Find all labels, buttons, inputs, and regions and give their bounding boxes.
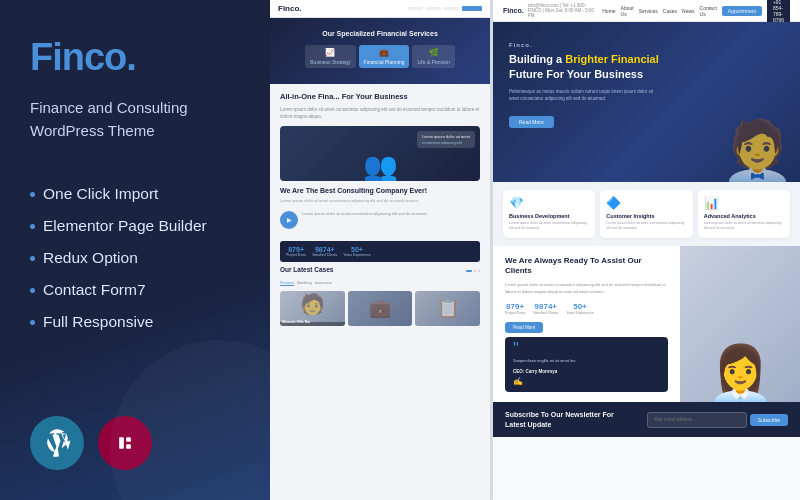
case-images: Miranda Hills Bar 🧑 💼 📋 bbox=[280, 291, 480, 326]
case-tab-banking: Banking bbox=[297, 280, 311, 286]
svg-rect-3 bbox=[126, 437, 131, 442]
badge-row bbox=[30, 416, 240, 470]
content-title: All-in-One Fina... For Your Business bbox=[280, 92, 480, 102]
ready-body: Lorem ipsum dolor sit amet consectetur a… bbox=[505, 282, 668, 296]
card-text-customer: Lorem ipsum dolor sit amet consectetur a… bbox=[606, 221, 686, 232]
stat-experience-num: 50+ bbox=[566, 302, 593, 311]
svg-point-1 bbox=[113, 431, 136, 454]
feature-responsive: Full Responsive bbox=[30, 306, 240, 338]
theme-logo: Finco. bbox=[30, 36, 240, 79]
case-image-3: 📋 bbox=[415, 291, 480, 326]
features-list: One Click Import Elementor Page Builder … bbox=[30, 178, 240, 338]
card-text-business: Lorem ipsum dolor sit amet consectetur a… bbox=[509, 221, 589, 232]
card-analytics: 📊 Advanced Analytics Lorem ipsum dolor s… bbox=[698, 190, 790, 238]
svg-rect-2 bbox=[119, 437, 124, 449]
hero-person: 🧑‍💼 bbox=[720, 122, 795, 182]
cases-title: Our Latest Cases bbox=[280, 266, 333, 273]
subscribe-input[interactable] bbox=[647, 412, 747, 428]
card-icon-business: 💎 bbox=[509, 196, 589, 210]
case-tab-finance: Finance bbox=[280, 280, 294, 286]
case-tabs: Finance Banking Insurance bbox=[280, 280, 480, 286]
card-title-business: Business Development bbox=[509, 213, 589, 219]
card-icon-customer: 🔷 bbox=[606, 196, 686, 210]
mock-logo-left: Finco. bbox=[278, 4, 302, 13]
card-title-customer: Customer Insights bbox=[606, 213, 686, 219]
mock-nav-left: Finco. bbox=[270, 0, 490, 18]
case-image-1: Miranda Hills Bar 🧑 bbox=[280, 291, 345, 326]
hero-cta-btn[interactable]: Read More bbox=[509, 116, 554, 128]
mock-logo-right: Finco. bbox=[503, 7, 524, 14]
feature-contact-form: Contact Form7 bbox=[30, 274, 240, 306]
consulting-body: Lorem ipsum dolor sit amet consectetur a… bbox=[280, 198, 480, 204]
tab-business-strategy: 📈 Business Strategy bbox=[305, 45, 355, 68]
nav-contact: Contact Us bbox=[700, 5, 717, 17]
feature-one-click: One Click Import bbox=[30, 178, 240, 210]
stats-row: 879+ Project Done 9874+ Satisfied Client… bbox=[505, 302, 668, 315]
stat-clients-num: 9874+ bbox=[533, 302, 558, 311]
preview-right: Finco. info@finco.com | Tel: +1 800-FINC… bbox=[493, 0, 800, 500]
phone-number: +91 854-789-8766 bbox=[767, 0, 790, 25]
tab-financial-planning: 💼 Financial Planning bbox=[359, 45, 410, 68]
card-text-analytics: Lorem ipsum dolor sit amet consectetur a… bbox=[704, 221, 784, 232]
hero-title-highlight: Brighter Financial bbox=[565, 53, 659, 65]
nav-cases: Cases bbox=[663, 8, 677, 14]
subscribe-btn[interactable]: Subscribe bbox=[750, 414, 788, 426]
case-tab-insurance: Insurance bbox=[315, 280, 333, 286]
mock-services-hero: Our Specialized Financial Services 📈 Bus… bbox=[270, 18, 490, 84]
subscribe-input-row: Subscribe bbox=[647, 412, 788, 428]
nav-home: Home bbox=[602, 8, 615, 14]
stat-experience: 50+ Years Experience bbox=[566, 302, 593, 315]
subscribe-title: Subscribe To Our Newsletter For Latest U… bbox=[505, 410, 632, 430]
feature-redux: Redux Option bbox=[30, 242, 240, 274]
card-title-analytics: Advanced Analytics bbox=[704, 213, 784, 219]
subscribe-section: Subscribe To Our Newsletter For Latest U… bbox=[493, 402, 800, 438]
stat-experience-label: Years Experience bbox=[566, 311, 593, 315]
feature-elementor: Elementor Page Builder bbox=[30, 210, 240, 242]
preview-left: Finco. Our Specialized Financial Service… bbox=[270, 0, 490, 500]
ready-right-image: 👩‍💼 bbox=[680, 246, 800, 402]
right-panel: Finco. Our Specialized Financial Service… bbox=[270, 0, 800, 500]
mock-content-left: All-in-One Fina... For Your Business Lor… bbox=[270, 84, 490, 334]
ready-cta-btn[interactable]: Read More bbox=[505, 322, 543, 333]
consulting-title: We Are The Best Consulting Company Ever! bbox=[280, 187, 480, 194]
ready-section: We Are Always Ready To Assist Our Client… bbox=[493, 246, 800, 402]
mock-nav-right: Finco. info@finco.com | Tel: +1 800-FINC… bbox=[493, 0, 800, 22]
contact-info: info@finco.com | Tel: +1 800-FINCO | Mon… bbox=[528, 3, 597, 18]
quote-block: " Suspendisse ringilla mi sit amet leo. … bbox=[505, 337, 668, 392]
service-tabs: 📈 Business Strategy 💼 Financial Planning… bbox=[280, 45, 480, 68]
card-icon-analytics: 📊 bbox=[704, 196, 784, 210]
nav-news: News bbox=[682, 8, 695, 14]
services-title: Our Specialized Financial Services bbox=[280, 30, 480, 37]
elementor-badge bbox=[98, 416, 152, 470]
content-body: Lorem ipsum dolor sit amet consectetur a… bbox=[280, 107, 480, 121]
play-button[interactable]: ▶ bbox=[280, 211, 298, 229]
content-image: 👥 Lorem ipsum dolor sit amet consectetur… bbox=[280, 126, 480, 181]
svg-rect-4 bbox=[126, 444, 131, 449]
case-image-2: 💼 bbox=[348, 291, 413, 326]
quote-text: Suspendisse ringilla mi sit amet leo. bbox=[513, 358, 660, 364]
latest-cases: Our Latest Cases Finance Banking Insuran… bbox=[280, 266, 480, 326]
stat-clients: 9874+ Satisfied Clients bbox=[533, 302, 558, 315]
card-business-dev: 💎 Business Development Lorem ipsum dolor… bbox=[503, 190, 595, 238]
hero-body: Pellentesque ac metus mauris nullam rutr… bbox=[509, 88, 660, 102]
card-customer-insights: 🔷 Customer Insights Lorem ipsum dolor si… bbox=[600, 190, 692, 238]
hero-image: 🧑‍💼 bbox=[662, 22, 800, 182]
ready-left: We Are Always Ready To Assist Our Client… bbox=[493, 246, 680, 402]
nav-services: Services bbox=[639, 8, 658, 14]
hero-text: Finco. Building a Brighter FinancialFutu… bbox=[509, 42, 660, 128]
nav-right-group: Home About Us Services Cases News Contac… bbox=[602, 0, 790, 25]
hero-title: Building a Brighter FinancialFuture For … bbox=[509, 52, 660, 82]
hero-logo: Finco. bbox=[509, 42, 660, 48]
appointment-btn[interactable]: Appointment bbox=[722, 6, 762, 16]
nav-left-group: Finco. info@finco.com | Tel: +1 800-FINC… bbox=[503, 3, 596, 18]
cards-row: 💎 Business Development Lorem ipsum dolor… bbox=[493, 182, 800, 246]
ready-person: 👩‍💼 bbox=[706, 347, 775, 402]
wordpress-badge bbox=[30, 416, 84, 470]
ready-title: We Are Always Ready To Assist Our Client… bbox=[505, 256, 668, 278]
quote-author: CEO: Carry Monroya bbox=[513, 369, 660, 374]
tab-life-pension: 🌿 Life & Pension bbox=[412, 45, 454, 68]
mock-hero-right: Finco. Building a Brighter FinancialFutu… bbox=[493, 22, 800, 182]
quote-mark: " bbox=[513, 343, 660, 356]
theme-tagline: Finance and ConsultingWordPress Theme bbox=[30, 97, 240, 142]
nav-about: About Us bbox=[621, 5, 634, 17]
